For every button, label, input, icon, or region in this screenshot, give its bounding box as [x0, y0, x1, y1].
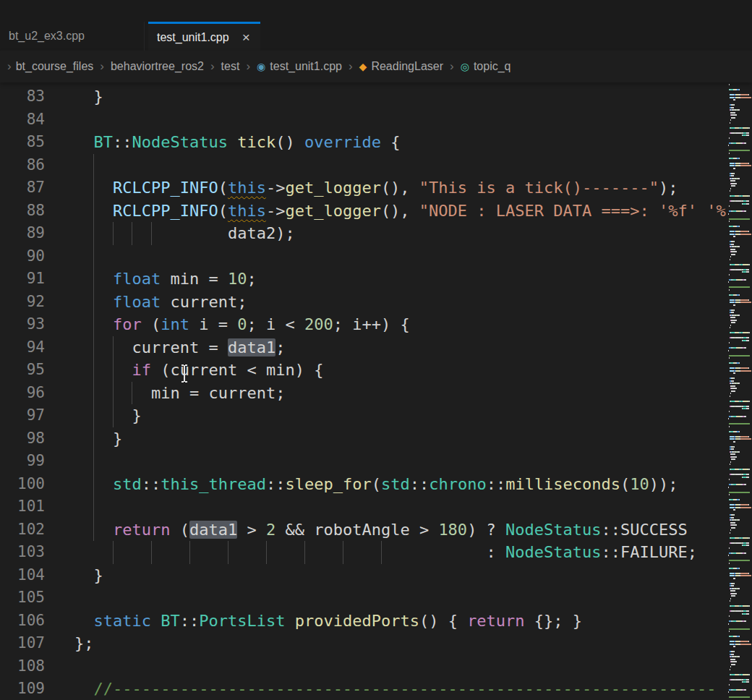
code-line[interactable]: 89 data2);: [0, 222, 726, 245]
code-text[interactable]: [45, 586, 726, 610]
code-line[interactable]: 87 RCLCPP_INFO(this->get_logger(), "This…: [0, 176, 726, 200]
indent-guide: [113, 336, 114, 359]
code-line[interactable]: 86: [0, 154, 726, 177]
indent-guide: [132, 382, 132, 405]
indent-guide: [93, 200, 94, 223]
code-line[interactable]: 107};: [0, 632, 726, 655]
code-text[interactable]: }: [45, 404, 726, 427]
code-line[interactable]: 98 }: [0, 427, 726, 451]
chevron-right-icon: ›: [450, 59, 454, 74]
line-number: 84: [0, 108, 45, 132]
breadcrumb-item-topic[interactable]: ◎ topic_q: [461, 60, 511, 73]
breadcrumb-item-behaviortree-ros2[interactable]: behaviortree_ros2: [111, 60, 204, 73]
code-line[interactable]: 94 current = data1;: [0, 336, 726, 359]
code-line[interactable]: 96 min = current;: [0, 382, 726, 405]
code-line[interactable]: 84: [0, 108, 726, 132]
code-line[interactable]: 91 float min = 10;: [0, 268, 726, 291]
code-line[interactable]: 83 }: [0, 85, 726, 108]
code-text[interactable]: [45, 450, 726, 473]
code-text[interactable]: for (int i = 0; i < 200; i++) {: [45, 313, 726, 336]
code-text[interactable]: : NodeStatus::FAILURE;: [45, 541, 726, 564]
code-text[interactable]: if (current < min) {: [45, 359, 726, 382]
indent-guide: [93, 222, 94, 245]
indent-guide: [93, 495, 94, 518]
code-line[interactable]: 99: [0, 450, 726, 473]
code-text[interactable]: };: [45, 632, 726, 655]
code-line[interactable]: 108: [0, 655, 726, 678]
indent-guide: [266, 541, 267, 564]
code-line[interactable]: 100 std::this_thread::sleep_for(std::chr…: [0, 473, 726, 496]
code-line[interactable]: 88 RCLCPP_INFO(this->get_logger(), "NODE…: [0, 200, 726, 223]
chevron-right-icon: ›: [7, 59, 12, 74]
code-line[interactable]: 101: [0, 495, 726, 518]
indent-guide: [381, 541, 382, 564]
code-text[interactable]: RCLCPP_INFO(this->get_logger(), "This is…: [45, 176, 726, 200]
vscode-window: bt_u2_ex3.cpp test_unit1.cpp × › bt_cour…: [0, 0, 752, 700]
code-line[interactable]: 104 }: [0, 564, 726, 587]
code-line[interactable]: 93 for (int i = 0; i < 200; i++) {: [0, 313, 726, 336]
line-number: 88: [0, 200, 45, 223]
code-text[interactable]: }: [45, 427, 726, 451]
code-text[interactable]: return (data1 > 2 && robotAngle > 180) ?…: [45, 518, 726, 542]
code-text[interactable]: }: [45, 564, 726, 587]
code-line[interactable]: 97 }: [0, 404, 726, 427]
indent-guide: [151, 222, 152, 245]
close-tab-icon[interactable]: ×: [242, 30, 250, 44]
indent-guide: [113, 359, 114, 382]
code-text[interactable]: [45, 495, 726, 518]
breadcrumb-item-label: test_unit1.cpp: [270, 60, 342, 73]
code-line[interactable]: 85 BT::NodeStatus tick() override {: [0, 131, 726, 154]
code-text[interactable]: min = current;: [45, 382, 726, 405]
breadcrumb-item-readinglaser[interactable]: ◆ ReadingLaser: [359, 60, 443, 73]
line-number: 98: [0, 427, 45, 451]
code-text[interactable]: RCLCPP_INFO(this->get_logger(), "NODE : …: [45, 200, 726, 223]
minimap[interactable]: [726, 82, 752, 700]
code-text[interactable]: [45, 108, 726, 132]
breadcrumb-item-test-unit1-cpp[interactable]: ◉ test_unit1.cpp: [257, 60, 342, 73]
line-number: 105: [0, 586, 45, 610]
code-line[interactable]: 92 float current;: [0, 291, 726, 314]
line-number: 99: [0, 450, 45, 473]
code-text[interactable]: //--------------------------------------…: [45, 678, 726, 700]
breadcrumb-item-label: topic_q: [474, 60, 511, 73]
line-number: 92: [0, 291, 45, 314]
chevron-right-icon: ›: [100, 59, 104, 74]
code-line[interactable]: 90: [0, 245, 726, 268]
code-text[interactable]: [45, 154, 726, 177]
line-number: 93: [0, 313, 45, 336]
tab-bt-u2-ex3-cpp[interactable]: bt_u2_ex3.cpp: [0, 22, 145, 51]
tab-test-unit1-cpp[interactable]: test_unit1.cpp ×: [148, 22, 260, 51]
code-line[interactable]: 95 if (current < min) {: [0, 359, 726, 382]
indent-guide: [93, 154, 94, 177]
code-text[interactable]: std::this_thread::sleep_for(std::chrono:…: [45, 473, 726, 496]
indent-guide: [113, 222, 114, 245]
code-text[interactable]: BT::NodeStatus tick() override {: [45, 131, 726, 154]
code-text[interactable]: [45, 245, 726, 268]
breadcrumb-item-bt-course-files[interactable]: bt_course_files: [16, 60, 94, 73]
cpp-file-symbol-icon: ◉: [257, 61, 265, 72]
code-line[interactable]: 103 : NodeStatus::FAILURE;: [0, 541, 726, 564]
title-bar: [0, 0, 752, 22]
code-line[interactable]: 106 static BT::PortsList providedPorts()…: [0, 610, 726, 633]
indent-guide: [151, 541, 152, 564]
code-text[interactable]: current = data1;: [45, 336, 726, 359]
code-text[interactable]: float current;: [45, 291, 726, 314]
line-number: 87: [0, 176, 45, 200]
code-line[interactable]: 109 //----------------------------------…: [0, 678, 726, 700]
line-number: 85: [0, 131, 45, 154]
line-number: 86: [0, 154, 45, 177]
code-text[interactable]: [45, 655, 726, 678]
code-line[interactable]: 105: [0, 586, 726, 610]
code-text[interactable]: static BT::PortsList providedPorts() { r…: [45, 610, 726, 633]
editor-pane[interactable]: 83 }8485 BT::NodeStatus tick() override …: [0, 82, 726, 700]
indent-guide: [189, 541, 190, 564]
breadcrumb-item-test[interactable]: test: [221, 60, 240, 73]
chevron-right-icon: ›: [349, 59, 353, 74]
code-text[interactable]: data2);: [45, 222, 726, 245]
line-number: 96: [0, 382, 45, 405]
indent-guide: [113, 404, 114, 427]
line-number: 102: [0, 518, 45, 542]
code-text[interactable]: }: [45, 85, 726, 108]
code-line[interactable]: 102 return (data1 > 2 && robotAngle > 18…: [0, 518, 726, 542]
code-text[interactable]: float min = 10;: [45, 268, 726, 291]
